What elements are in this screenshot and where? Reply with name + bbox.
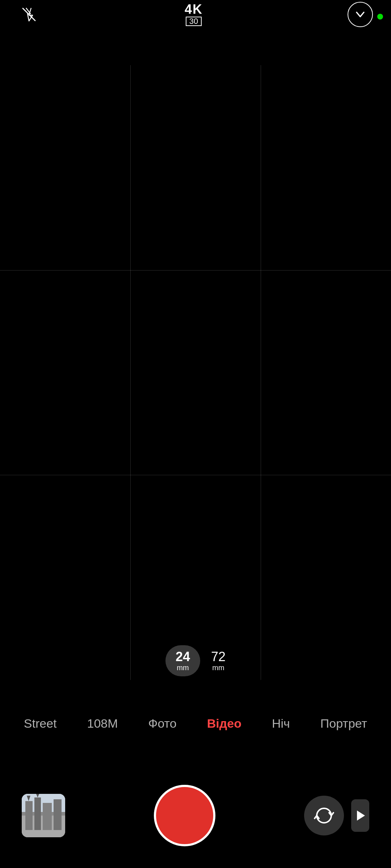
mode-photo[interactable]: Фото [133, 713, 192, 734]
mode-portrait[interactable]: Портрет [305, 713, 382, 734]
dropdown-button[interactable] [348, 2, 373, 27]
focal-72mm-button[interactable]: 72 mm [211, 650, 226, 671]
svg-rect-7 [54, 799, 62, 830]
mode-street[interactable]: Street [9, 713, 72, 734]
mode-video[interactable]: Відео [192, 713, 257, 734]
flip-camera-button[interactable] [304, 796, 344, 835]
bottom-controls [0, 785, 391, 846]
focal-24mm-button[interactable]: 24 mm [165, 645, 200, 676]
focal-72-unit: mm [212, 664, 224, 671]
resolution-quality: 4K [185, 3, 203, 16]
viewfinder: 4K 30 24 mm 72 mm Street 108M Фото [0, 0, 391, 868]
top-bar: 4K 30 [0, 0, 391, 29]
resolution-badge[interactable]: 4K 30 [185, 3, 203, 26]
right-controls [304, 796, 369, 835]
resolution-fps: 30 [186, 17, 202, 26]
record-button[interactable] [154, 785, 215, 846]
grid-overlay [0, 65, 391, 680]
focal-24-unit: mm [177, 664, 189, 671]
focal-72-value: 72 [211, 650, 226, 663]
mode-night[interactable]: Ніч [257, 713, 305, 734]
svg-rect-4 [25, 801, 33, 830]
svg-rect-5 [34, 797, 41, 830]
gallery-thumbnail[interactable] [22, 794, 65, 837]
focal-24-value: 24 [176, 650, 190, 663]
svg-rect-6 [43, 803, 52, 830]
mode-108m[interactable]: 108M [72, 713, 133, 734]
mode-selector: Street 108M Фото Відео Ніч Портрет [0, 713, 391, 734]
video-indicator [351, 799, 369, 832]
flash-off-button[interactable] [18, 4, 40, 25]
focal-length-selector: 24 mm 72 mm [0, 645, 391, 676]
